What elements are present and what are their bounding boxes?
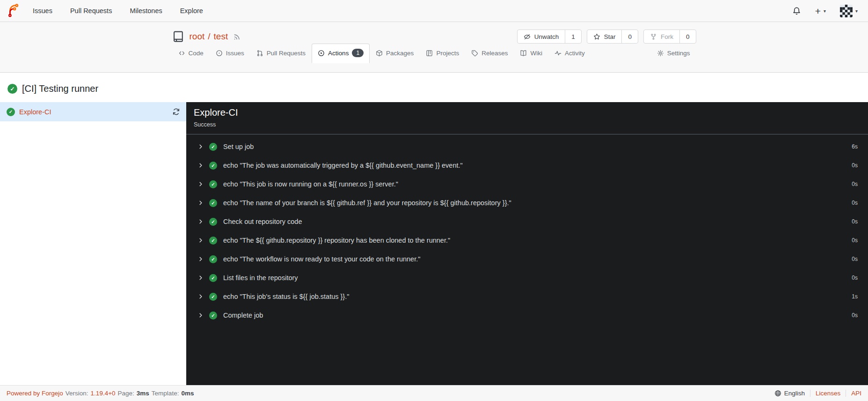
fork-button[interactable]: Fork [644, 30, 679, 43]
step-row[interactable]: ✓ Check out repository code 0s [186, 212, 868, 231]
actions-play-icon [318, 50, 325, 57]
forgejo-logo-icon[interactable] [7, 4, 21, 18]
api-link[interactable]: API [846, 390, 861, 397]
stars-count[interactable]: 0 [621, 30, 638, 43]
fork-label: Fork [661, 33, 673, 40]
issue-icon [216, 50, 223, 57]
step-row[interactable]: ✓ echo "The workflow is now ready to tes… [186, 250, 868, 268]
step-row[interactable]: ✓ echo "This job's status is ${{ job.sta… [186, 287, 868, 306]
nav-link-milestones[interactable]: Milestones [130, 7, 162, 15]
step-row[interactable]: ✓ Set up job 6s [186, 137, 868, 156]
chevron-down-icon: ▾ [855, 8, 858, 14]
job-item-explore-ci[interactable]: ✓ Explore-CI [0, 102, 186, 121]
rerun-refresh-icon[interactable] [172, 108, 180, 116]
step-success-icon: ✓ [209, 237, 217, 245]
step-row[interactable]: ✓ echo "The ${{ github.repository }} rep… [186, 231, 868, 250]
step-success-icon: ✓ [209, 312, 217, 319]
chevron-right-icon[interactable] [198, 294, 204, 299]
book-icon [520, 50, 527, 57]
pull-request-icon [256, 50, 263, 57]
language-selector[interactable]: English [769, 390, 810, 397]
repo-tabs: Code Issues Pull Requests Actions 1 [172, 44, 696, 63]
job-panel-header: Explore-CI Success [186, 102, 868, 134]
step-row[interactable]: ✓ echo "The job was automatically trigge… [186, 156, 868, 175]
notifications-bell-icon[interactable] [792, 7, 801, 15]
tab-packages-label: Packages [386, 50, 414, 57]
tab-wiki-label: Wiki [530, 50, 542, 57]
unwatch-button[interactable]: Unwatch [518, 30, 565, 43]
step-duration: 0s [852, 256, 858, 262]
step-name: List files in the repository [223, 274, 852, 282]
repo-name-link[interactable]: test [214, 31, 228, 42]
step-success-icon: ✓ [209, 274, 217, 282]
tab-settings-label: Settings [667, 50, 690, 57]
step-duration: 6s [852, 143, 858, 150]
licenses-link[interactable]: Licenses [810, 390, 846, 397]
package-icon [376, 50, 383, 57]
step-duration: 0s [852, 181, 858, 187]
template-time-label: Template: [152, 390, 179, 397]
step-row[interactable]: ✓ List files in the repository 0s [186, 268, 868, 287]
tab-wiki[interactable]: Wiki [514, 45, 548, 63]
step-row[interactable]: ✓ echo "This job is now running on a ${{… [186, 175, 868, 193]
nav-link-issues[interactable]: Issues [33, 7, 52, 15]
repo-action-buttons: Unwatch 1 Star 0 [517, 30, 696, 44]
powered-by-forgejo-link[interactable]: Powered by Forgejo [7, 390, 63, 397]
job-log-panel: Explore-CI Success ✓ Set up job 6s ✓ ech… [186, 102, 868, 385]
rss-icon[interactable] [233, 33, 241, 41]
jobs-sidebar: ✓ Explore-CI [0, 102, 186, 385]
version-link[interactable]: 1.19.4+0 [91, 390, 116, 397]
star-icon [593, 33, 600, 40]
tab-settings[interactable]: Settings [651, 45, 696, 63]
eye-off-icon [524, 33, 531, 40]
chevron-right-icon[interactable] [198, 238, 204, 243]
step-name: echo "The ${{ github.repository }} repos… [223, 237, 852, 244]
page-time-label: Page: [118, 390, 134, 397]
job-status-text: Success [194, 121, 861, 128]
language-label: English [784, 390, 805, 397]
footer-right: English Licenses API [769, 390, 861, 397]
tab-actions-label: Actions [328, 50, 349, 57]
chevron-right-icon[interactable] [198, 275, 204, 281]
repo-header: root / test [0, 22, 868, 73]
forks-count[interactable]: 0 [679, 30, 696, 43]
run-success-icon: ✓ [7, 84, 17, 94]
step-success-icon: ✓ [209, 293, 217, 301]
job-label: Explore-CI [19, 108, 168, 116]
user-menu-dropdown[interactable]: ▾ [840, 5, 858, 17]
chevron-right-icon[interactable] [198, 200, 204, 206]
chevron-right-icon[interactable] [198, 312, 204, 318]
chevron-right-icon[interactable] [198, 163, 204, 168]
step-duration: 0s [852, 312, 858, 319]
step-name: echo "The name of your branch is ${{ git… [223, 199, 852, 207]
version-label: Version: [66, 390, 88, 397]
nav-link-explore[interactable]: Explore [180, 7, 203, 15]
chevron-right-icon[interactable] [198, 181, 204, 187]
tab-issues-label: Issues [226, 50, 244, 57]
chevron-right-icon[interactable] [198, 144, 204, 149]
job-success-icon: ✓ [7, 108, 15, 116]
tab-code[interactable]: Code [172, 45, 210, 63]
fork-icon [650, 33, 657, 40]
nav-link-pull-requests[interactable]: Pull Requests [70, 7, 112, 15]
step-row[interactable]: ✓ Complete job 0s [186, 306, 868, 325]
chevron-right-icon[interactable] [198, 219, 204, 224]
watchers-count[interactable]: 1 [565, 30, 581, 43]
tab-activity[interactable]: Activity [548, 45, 591, 63]
star-button[interactable]: Star [587, 30, 622, 43]
tab-packages[interactable]: Packages [370, 45, 420, 63]
step-row[interactable]: ✓ echo "The name of your branch is ${{ g… [186, 193, 868, 212]
workflow-run-title-row: ✓ [CI] Testing runner [0, 73, 868, 102]
step-duration: 1s [852, 293, 858, 300]
tab-actions[interactable]: Actions 1 [312, 44, 370, 63]
step-duration: 0s [852, 275, 858, 281]
tab-pull-requests[interactable]: Pull Requests [250, 45, 312, 63]
repo-owner-link[interactable]: root [190, 31, 205, 42]
tab-projects[interactable]: Projects [420, 45, 465, 63]
create-new-dropdown[interactable]: + ▾ [815, 6, 826, 16]
tab-releases[interactable]: Releases [465, 45, 514, 63]
page-time-value: 3ms [137, 390, 149, 397]
chevron-right-icon[interactable] [198, 256, 204, 262]
tab-issues[interactable]: Issues [210, 45, 250, 63]
fork-button-group: Fork 0 [643, 30, 696, 44]
